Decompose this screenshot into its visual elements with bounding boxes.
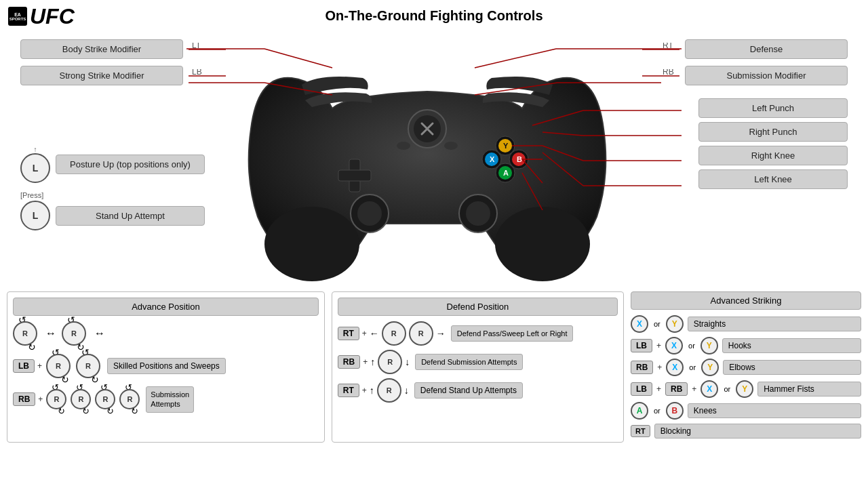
controller-image: Y B X A <box>237 41 617 285</box>
svg-text:RT: RT <box>663 43 673 50</box>
blocking-label: Blocking <box>654 424 861 439</box>
svg-text:X: X <box>490 155 495 163</box>
rb-btn2: RB <box>338 355 360 369</box>
svg-point-8 <box>264 207 359 281</box>
hammer-fists-label: Hammer Fists <box>757 382 861 396</box>
lb-btn3: LB <box>631 382 652 396</box>
defend-standup-box: Defend Stand Up Attempts <box>414 382 523 399</box>
bottom-panels: Advance Position ↺ ↻ R ↔ ↺ ↻ R ↔ LB + ↺ … <box>7 291 861 443</box>
svg-text:Y: Y <box>503 142 509 150</box>
lb-btn: LB <box>13 359 35 373</box>
defend-stick4: R <box>377 378 401 403</box>
x-btn3: X <box>666 359 684 376</box>
advanced-striking-header: Advanced Striking <box>631 291 861 310</box>
posture-up-box: Posture Up (top positions only) <box>56 155 205 174</box>
strong-strike-box: Strong Strike Modifier <box>20 66 183 85</box>
svg-text:LT: LT <box>192 43 201 50</box>
defend-row2: RB + ↑ R ↓ Defend Submission Attempts <box>338 350 618 374</box>
x-btn1: X <box>631 315 648 333</box>
svg-text:RB: RB <box>663 69 674 77</box>
defend-row3: RT + ↑ R ↓ Defend Stand Up Attempts <box>338 378 618 403</box>
elbows-label: Elbows <box>723 360 861 375</box>
adv-row-hooks: LB + X or Y Hooks <box>631 337 861 354</box>
defense-box: Defense <box>685 39 848 59</box>
left-triggers-panel: Body Strike Modifier LT Strong Strike Mo… <box>20 39 229 85</box>
b-btn1: B <box>666 402 684 420</box>
x-btn2: X <box>665 337 683 354</box>
press-label: [Press] <box>20 191 205 199</box>
rb-btn3: RB <box>631 361 653 374</box>
advance-row3: RB + ↺ ↻ R ↺ ↻ R ↺ ↻ R ↺ ↻ R Submiss <box>13 386 319 413</box>
ea-sports-badge: EA SPORTS <box>8 7 27 26</box>
rt-badge: RT <box>631 425 650 437</box>
hooks-label: Hooks <box>722 338 861 353</box>
left-punch-box: Left Punch <box>698 98 848 118</box>
defend-submission-box: Defend Submission Attempts <box>415 354 523 370</box>
left-knee-box: Left Knee <box>698 169 848 189</box>
rb-btn: RB <box>13 392 35 406</box>
rt-btn1: RT <box>338 327 359 340</box>
right-stick-circle2: R <box>62 321 86 346</box>
svg-point-15 <box>357 201 382 226</box>
defend-pass-box: Defend Pass/Sweep Left or Right <box>451 325 574 342</box>
svg-text:A: A <box>503 169 509 177</box>
adv-row-elbows: RB + X or Y Elbows <box>631 359 861 376</box>
advance-row1: ↺ ↻ R ↔ ↺ ↻ R ↔ <box>13 321 319 346</box>
y-btn2: Y <box>701 337 718 354</box>
y-btn1: Y <box>666 315 684 333</box>
straights-label: Straights <box>688 317 861 331</box>
submission-attempts-box: SubmissionAttempts <box>146 386 194 413</box>
left-stick-icon: L <box>20 153 50 183</box>
logo: EA SPORTS UFC <box>8 5 75 27</box>
left-stick-press-icon: L <box>20 201 50 230</box>
defend-stick1: R <box>382 321 406 346</box>
defend-stick3: R <box>378 350 402 374</box>
lb-btn2: LB <box>631 339 652 352</box>
right-stick-lb2: R <box>76 354 100 378</box>
submission-box: Submission Modifier <box>685 66 848 85</box>
rb-btn4: RB <box>665 382 688 396</box>
ufc-logo: UFC <box>30 5 75 27</box>
y-btn3: Y <box>701 359 719 376</box>
defend-row1: RT + ← R R → Defend Pass/Sweep Left or R… <box>338 321 618 346</box>
right-stick-lb1: R <box>46 354 71 378</box>
defend-position-header: Defend Position <box>338 298 618 316</box>
advance-row2: LB + ↺ ↻ R ↺ ↻ R Skilled Positions and S… <box>13 354 319 378</box>
right-punch-box: Right Punch <box>698 122 848 142</box>
svg-point-17 <box>466 201 490 226</box>
svg-point-18 <box>444 142 458 150</box>
rt-btn2: RT <box>338 384 359 397</box>
right-triggers-panel: RT Defense RB Submission Modifier <box>639 39 848 85</box>
defend-stick2: R <box>409 321 433 346</box>
advanced-striking-panel: Advanced Striking X or Y Straights LB + … <box>631 291 861 443</box>
page-title: On-The-Ground Fighting Controls <box>0 0 868 28</box>
stand-up-box: Stand Up Attempt <box>56 206 205 226</box>
advance-position-header: Advance Position <box>13 298 319 316</box>
y-btn4: Y <box>736 380 753 398</box>
advance-position-panel: Advance Position ↺ ↻ R ↔ ↺ ↻ R ↔ LB + ↺ … <box>7 291 325 443</box>
svg-point-19 <box>397 142 410 150</box>
adv-row-straights: X or Y Straights <box>631 315 861 333</box>
adv-row-blocking: RT Blocking <box>631 424 861 439</box>
a-btn1: A <box>631 402 648 420</box>
svg-rect-13 <box>338 170 371 181</box>
knees-label: Knees <box>688 403 861 418</box>
face-buttons-panel: Left Punch Right Punch Right Knee Left K… <box>698 98 848 189</box>
svg-point-9 <box>495 207 590 281</box>
svg-text:LB: LB <box>192 69 202 77</box>
x-btn4: X <box>701 380 718 398</box>
left-stick-panel: ↑ L Posture Up (top positions only) [Pre… <box>20 146 205 230</box>
skilled-positions-box: Skilled Positions and Sweeps <box>107 358 226 374</box>
right-stick-circle1: R <box>13 321 37 346</box>
adv-row-hammer: LB + RB + X or Y Hammer Fists <box>631 380 861 398</box>
adv-row-knees: A or B Knees <box>631 402 861 420</box>
defend-position-panel: Defend Position RT + ← R R → Defend Pass… <box>332 291 624 443</box>
svg-text:B: B <box>517 155 522 163</box>
right-knee-box: Right Knee <box>698 146 848 165</box>
body-strike-box: Body Strike Modifier <box>20 39 183 59</box>
